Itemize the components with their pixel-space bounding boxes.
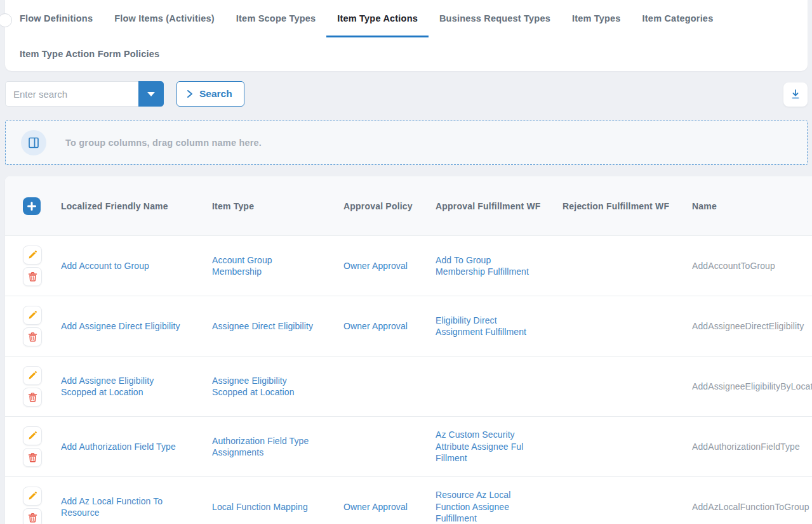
cell-item-type[interactable]: Assignee Direct Eligibility [212, 320, 343, 332]
group-icon-circle [21, 130, 46, 155]
search-toolbar: Search [5, 81, 808, 107]
row-action-cell [23, 487, 61, 524]
column-header-name[interactable]: Name [692, 201, 812, 211]
tab-item-types[interactable]: Item Types [561, 1, 632, 37]
edit-pencil-icon [27, 491, 37, 501]
grid-header-row: Localized Friendly NameItem TypeApproval… [5, 176, 812, 236]
cell-name: AddAssigneeDirectEligibility [692, 320, 812, 332]
search-input[interactable] [5, 81, 138, 107]
data-grid: Localized Friendly NameItem TypeApproval… [5, 176, 812, 524]
header-action-cell [18, 197, 61, 215]
delete-trash-icon [28, 392, 37, 402]
table-row: Add Authorization Field TypeAuthorizatio… [5, 417, 812, 477]
delete-trash-icon [28, 332, 37, 342]
table-row: Add Az Local Function To ResourceLocal F… [5, 477, 812, 524]
search-button-label: Search [199, 88, 232, 100]
tab-item-scope-types[interactable]: Item Scope Types [225, 1, 326, 37]
column-header-rejection-fulfillment-wf[interactable]: Rejection Fulfillment WF [562, 201, 692, 211]
delete-trash-icon [28, 272, 37, 282]
table-row: Add Account to GroupAccount Group Member… [5, 236, 812, 296]
cell-localized-friendly-name[interactable]: Add Authorization Field Type [61, 441, 212, 452]
tab-row-secondary: Item Type Action Form Policies [9, 37, 804, 70]
row-action-cell [23, 426, 61, 467]
export-button[interactable] [783, 82, 808, 107]
search-button[interactable]: Search [176, 81, 244, 107]
plus-icon [27, 202, 36, 211]
cell-approval-policy[interactable]: Owner Approval [343, 260, 436, 272]
row-action-cell [23, 366, 61, 407]
edit-pencil-icon [27, 431, 37, 441]
delete-row-button[interactable] [23, 448, 42, 467]
edit-row-button[interactable] [23, 366, 42, 385]
download-icon [790, 89, 801, 100]
cell-approval-fulfillment-wf[interactable]: Resource Az Local Function Assignee Fulf… [436, 489, 562, 524]
edit-row-button[interactable] [23, 306, 42, 325]
tab-business-request-types[interactable]: Business Request Types [429, 1, 561, 37]
cell-approval-policy[interactable]: Owner Approval [343, 320, 436, 332]
row-action-cell [23, 306, 61, 346]
search-field-dropdown-button[interactable] [138, 81, 164, 107]
tab-item-type-action-form-policies[interactable]: Item Type Action Form Policies [9, 37, 170, 70]
group-by-drop-zone[interactable]: To group columns, drag column name here. [5, 121, 808, 165]
edit-pencil-icon [27, 310, 37, 320]
edit-pencil-icon [27, 250, 37, 260]
edit-row-button[interactable] [23, 426, 42, 445]
cell-item-type[interactable]: Assignee Eligibility Scopped at Location [212, 375, 343, 398]
delete-row-button[interactable] [23, 327, 42, 346]
edit-row-button[interactable] [23, 487, 42, 506]
delete-trash-icon [28, 513, 37, 523]
cell-localized-friendly-name[interactable]: Add Account to Group [61, 260, 212, 272]
cell-name: AddAzLocalFunctionToGroup [692, 501, 812, 513]
tab-flow-definitions[interactable]: Flow Definitions [9, 1, 103, 37]
group-by-hint-text: To group columns, drag column name here. [65, 138, 262, 148]
cell-localized-friendly-name[interactable]: Add Assignee Direct Eligibility [61, 320, 212, 332]
cell-name: AddAssigneeEligibilityByLocati [692, 381, 812, 392]
delete-row-button[interactable] [23, 267, 42, 286]
edit-row-button[interactable] [23, 246, 42, 265]
edit-pencil-icon [27, 370, 37, 381]
cell-name: AddAuthorizationFieldType [692, 441, 812, 452]
tab-flow-items-activities[interactable]: Flow Items (Activities) [103, 1, 225, 37]
columns-icon [27, 136, 40, 149]
cell-item-type[interactable]: Local Function Mapping [212, 501, 343, 513]
cell-approval-fulfillment-wf[interactable]: Eligibility Direct Assignment Fulfillmen… [436, 315, 562, 338]
table-row: Add Assignee Direct EligibilityAssignee … [5, 296, 812, 357]
grid-body: Add Account to GroupAccount Group Member… [5, 236, 812, 524]
tab-item-type-actions[interactable]: Item Type Actions [326, 1, 429, 37]
chevron-right-icon [186, 89, 194, 98]
tab-row-primary: Flow DefinitionsFlow Items (Activities)I… [9, 1, 804, 37]
delete-row-button[interactable] [23, 388, 42, 407]
cell-localized-friendly-name[interactable]: Add Az Local Function To Resource [61, 495, 212, 519]
tabs-card: Flow DefinitionsFlow Items (Activities)I… [5, 0, 808, 71]
row-action-cell [23, 246, 61, 286]
cell-item-type[interactable]: Account Group Membership [212, 254, 343, 278]
column-header-item-type[interactable]: Item Type [212, 201, 343, 211]
delete-row-button[interactable] [23, 508, 42, 524]
add-row-button[interactable] [23, 197, 41, 215]
cell-localized-friendly-name[interactable]: Add Assignee Eligibility Scopped at Loca… [61, 375, 212, 398]
delete-trash-icon [28, 452, 37, 462]
caret-down-icon [147, 92, 155, 96]
search-box [5, 81, 164, 107]
cell-name: AddAccountToGroup [692, 260, 812, 272]
column-header-approval-policy[interactable]: Approval Policy [343, 201, 436, 211]
table-row: Add Assignee Eligibility Scopped at Loca… [5, 357, 812, 417]
column-header-approval-fulfillment-wf[interactable]: Approval Fulfillment WF [436, 201, 562, 211]
cell-item-type[interactable]: Authorization Field Type Assignments [212, 435, 343, 459]
column-header-localized-friendly-name[interactable]: Localized Friendly Name [61, 201, 212, 211]
cell-approval-fulfillment-wf[interactable]: Add To Group Membership Fulfillment [436, 254, 562, 278]
cell-approval-policy[interactable]: Owner Approval [343, 501, 436, 513]
tab-item-categories[interactable]: Item Categories [632, 1, 724, 37]
cell-approval-fulfillment-wf[interactable]: Az Custom Security Attribute Assignee Fu… [436, 429, 562, 464]
